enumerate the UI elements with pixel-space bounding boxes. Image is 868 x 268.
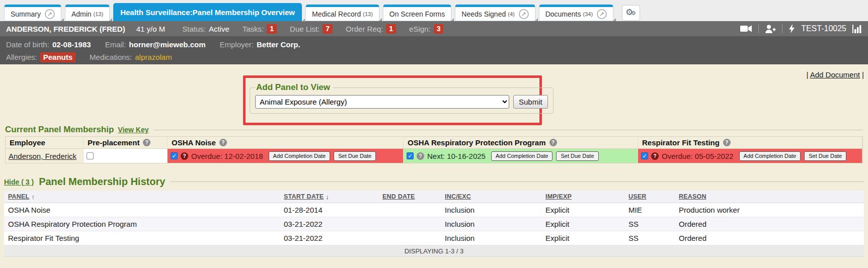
current-panel-membership-header: Current Panel Membership View Key [5, 125, 863, 135]
tab-on-screen-forms[interactable]: On Screen Forms [383, 5, 451, 21]
status-label: Status: [182, 25, 206, 33]
employer-value: Better Corp. [257, 40, 300, 49]
history-cell-end-date [378, 217, 441, 231]
set-due-date-button[interactable]: Set Due Date [334, 151, 376, 161]
submit-button[interactable]: Submit [513, 95, 548, 109]
lightning-bolt-icon[interactable] [788, 24, 795, 33]
tab-label: Admin [71, 10, 92, 18]
osha-respiratory-cell: ✓ ? Next: 10-16-2025 Add Completion Date… [404, 148, 638, 163]
tab-count: (13) [363, 11, 373, 17]
hide-toggle-link[interactable]: Hide ( 3 ) [4, 178, 34, 186]
tab-needs-signed[interactable]: Needs Signed (4) ↗ [455, 5, 535, 21]
employer-label: Employer: [219, 40, 254, 49]
help-icon[interactable]: ? [723, 139, 731, 146]
panel-checkbox-checked[interactable]: ✓ [407, 152, 414, 159]
add-document-link[interactable]: Add Document [810, 70, 860, 79]
section-title: Current Panel Membership [5, 125, 114, 135]
external-arrow-glyph: ↗ [47, 11, 52, 18]
set-due-date-button[interactable]: Set Due Date [556, 151, 598, 161]
history-cell-user: SS [624, 231, 675, 245]
help-icon[interactable]: ? [219, 139, 227, 146]
view-key-link[interactable]: View Key [118, 126, 148, 134]
external-link-icon[interactable]: ↗ [519, 9, 529, 19]
tab-summary[interactable]: Summary ↗ [4, 5, 61, 21]
dob-label: Date of birth: [6, 40, 49, 49]
due-list-count-badge[interactable]: 7 [323, 24, 333, 34]
tab-count: (4) [508, 11, 514, 17]
sort-link-end-date[interactable]: END DATE [382, 193, 415, 200]
pre-placement-checkbox[interactable] [87, 152, 94, 159]
col-header-imp-exp: IMP/EXP [541, 191, 624, 203]
external-link-icon[interactable]: ↗ [45, 9, 55, 19]
tab-label: Summary [11, 10, 41, 18]
history-cell-reason: Ordered [675, 231, 864, 245]
history-cell-user: MIE [624, 203, 675, 217]
add-user-icon[interactable] [765, 25, 776, 33]
panel-checkbox-checked[interactable]: ✓ [171, 152, 178, 159]
history-cell-user: SS [624, 217, 675, 231]
tab-bar: Summary ↗ Admin (13) Health Surveillance… [0, 0, 868, 21]
order-req-count-badge[interactable]: 1 [386, 24, 396, 34]
sort-descending-icon: ↓ [326, 193, 329, 201]
video-camera-icon[interactable] [740, 25, 752, 33]
external-link-icon[interactable]: ↗ [597, 9, 607, 19]
esign-count-badge[interactable]: 3 [434, 24, 444, 34]
medication-value[interactable]: alprazolam [135, 53, 172, 61]
sort-link-user[interactable]: USER [628, 193, 647, 200]
sort-link-inc-exc[interactable]: INC/EXC [445, 193, 471, 200]
history-cell-start-date: 03-21-2022 [280, 231, 378, 245]
tab-label: Health Surveillance:Panel Membership Ove… [120, 8, 295, 17]
help-icon[interactable]: ? [417, 152, 424, 160]
gear-icon-small: ⚙ [631, 10, 636, 17]
due-list-label: Due List: [290, 25, 320, 33]
sort-link-start-date[interactable]: START DATE [284, 193, 324, 200]
set-due-date-button[interactable]: Set Due Date [804, 151, 846, 161]
tab-medical-record[interactable]: Medical Record (13) [305, 5, 379, 21]
help-icon[interactable]: ? [143, 139, 150, 146]
history-cell-start-date: 03-21-2022 [280, 217, 378, 231]
add-completion-date-button[interactable]: Add Completion Date [269, 151, 331, 161]
tab-admin[interactable]: Admin (13) [65, 5, 110, 21]
panel-select[interactable]: Animal Exposure (Allergy) [255, 95, 509, 109]
divider-line [170, 182, 864, 182]
patient-toolbar: TEST-10025 [740, 24, 862, 33]
employee-link[interactable]: Anderson, Frederick [9, 152, 76, 160]
col-header-osha-respiratory: OSHA Respiratory Protection Program ? [404, 137, 638, 148]
employee-cell: Anderson, Frederick [6, 148, 84, 163]
history-cell-inc-exc: Inclusion [441, 231, 541, 245]
history-table: PANEL ↑ START DATE ↓ END DATE INC/EXC IM… [4, 191, 864, 257]
settings-gear-button[interactable]: ⚙ ⚙ [622, 5, 640, 21]
history-cell-panel: OSHA Noise [4, 203, 280, 217]
header-label: Respirator Fit Testing [642, 138, 720, 147]
help-icon[interactable]: ? [549, 139, 557, 146]
order-req-label: Order Req: [346, 25, 383, 33]
osha-noise-cell: ✓ ? Overdue: 12-02-2018 Add Completion D… [168, 148, 404, 163]
tasks-label: Tasks: [243, 25, 264, 33]
help-icon[interactable]: ? [181, 152, 188, 160]
tab-documents[interactable]: Documents (34) ↗ [539, 5, 613, 21]
col-header-end-date: END DATE [378, 191, 441, 203]
history-cell-panel: Respirator Fit Testing [4, 231, 280, 245]
tasks-count-badge[interactable]: 1 [267, 24, 277, 34]
sort-link-panel[interactable]: PANEL [8, 193, 29, 200]
divider [782, 24, 782, 33]
esign-label: eSign: [409, 25, 431, 33]
add-completion-date-button[interactable]: Add Completion Date [491, 151, 553, 161]
demographics-line: Date of birth: 02-08-1983 Email: horner@… [6, 38, 862, 51]
header-label: OSHA Respiratory Protection Program [408, 138, 546, 147]
col-header-inc-exc: INC/EXC [441, 191, 541, 203]
bar-chart-icon[interactable] [852, 25, 862, 33]
pipe: | [806, 70, 810, 79]
allergy-badge[interactable]: Peanuts [40, 52, 75, 62]
sort-link-imp-exp[interactable]: IMP/EXP [545, 193, 572, 200]
external-arrow-glyph: ↗ [599, 11, 604, 18]
panel-checkbox-checked[interactable]: ✓ [641, 152, 648, 159]
panel-status-next: Next: 10-16-2025 [427, 152, 486, 160]
history-cell-inc-exc: Inclusion [441, 203, 541, 217]
tab-health-surveillance-panel-membership-overview[interactable]: Health Surveillance:Panel Membership Ove… [113, 3, 302, 21]
sort-link-reason[interactable]: REASON [679, 193, 706, 200]
help-icon[interactable]: ? [651, 152, 659, 160]
current-panel-membership-section: Current Panel Membership View Key Employ… [5, 125, 863, 163]
history-cell-inc-exc: Inclusion [441, 217, 541, 231]
add-completion-date-button[interactable]: Add Completion Date [739, 151, 801, 161]
